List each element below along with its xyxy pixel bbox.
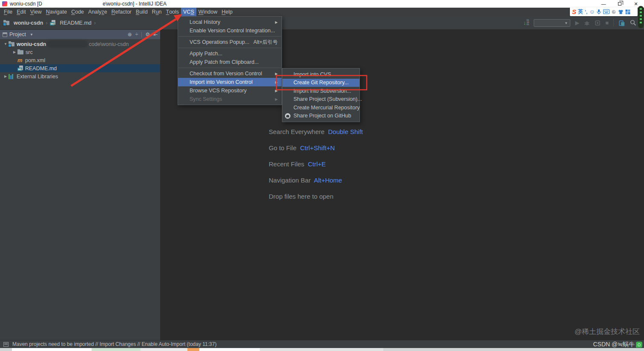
punctuation-mode-button[interactable]: ’, xyxy=(585,9,587,14)
shortcut-hint: Alt+后引号 xyxy=(253,39,278,46)
expand-caret-icon[interactable]: ▶ xyxy=(12,50,17,54)
tree-row-pom[interactable]: m pom.xml xyxy=(0,56,160,64)
toolbar-separator xyxy=(141,32,142,37)
menu-edit[interactable]: Edit xyxy=(14,8,28,16)
submenu-arrow-icon: ▶ xyxy=(275,80,278,84)
sogou-status-capsule[interactable] xyxy=(638,6,644,28)
toolbox-grid-icon[interactable] xyxy=(625,9,630,14)
project-root-icon xyxy=(9,42,14,46)
breadcrumb-project[interactable]: woniu-csdn xyxy=(3,20,43,26)
menu-item-create-mercurial-repository[interactable]: Create Mercurial Repository xyxy=(282,103,359,112)
menu-view[interactable]: View xyxy=(28,8,44,16)
folder-icon xyxy=(17,50,23,54)
menu-code[interactable]: Code xyxy=(69,8,86,16)
project-panel-header: Project ▼ ⊕ ÷ ⚙ ⇤ xyxy=(0,30,160,39)
window-title: woniu-csdn [D xyxy=(10,1,42,7)
chevron-right-icon: › xyxy=(94,20,96,26)
menu-item-share-project-subversion[interactable]: Share Project (Subversion)... xyxy=(282,95,359,104)
menu-run[interactable]: Run xyxy=(150,8,164,16)
emoji-button[interactable]: ☺ xyxy=(589,9,595,15)
tool-window-switcher-icon[interactable] xyxy=(3,342,9,347)
github-icon xyxy=(285,113,290,119)
stop-button[interactable]: ■ xyxy=(605,20,609,26)
chevron-down-icon[interactable]: ▼ xyxy=(30,33,33,37)
toolbar-separator xyxy=(613,20,614,26)
hide-panel-icon[interactable]: ⇤ xyxy=(153,31,158,37)
locate-file-icon[interactable]: ⊕ xyxy=(128,31,132,37)
run-configuration-select[interactable]: ▼ xyxy=(534,19,570,27)
taskbar-segment xyxy=(199,348,260,351)
restore-icon xyxy=(618,2,621,6)
menu-item-sync-settings: Sync Settings▶ xyxy=(178,95,282,103)
search-everywhere-icon[interactable] xyxy=(630,20,636,26)
paste-icon[interactable] xyxy=(618,20,625,26)
menu-item-import-into-cvs[interactable]: Import into CVS xyxy=(282,70,359,79)
tree-row-project-root[interactable]: ▼ woniu-csdn code\woniu-csdn xyxy=(0,40,160,48)
maven-file-icon: m xyxy=(17,57,23,63)
navigation-bar: woniu-csdn › MD README.md › ↓ 01 10 01 ▼ xyxy=(0,16,644,30)
menu-item-apply-patch[interactable]: Apply Patch... xyxy=(178,49,282,58)
project-tree: ▼ woniu-csdn code\woniu-csdn ▶ src m pom… xyxy=(0,39,160,80)
menu-item-share-project-on-github[interactable]: Share Project on GitHub xyxy=(282,112,359,120)
run-button[interactable]: ▶ xyxy=(575,20,579,26)
gear-icon[interactable]: ⚙ xyxy=(145,31,150,37)
menu-help[interactable]: Help xyxy=(219,8,235,16)
sogou-logo-icon[interactable]: S xyxy=(572,8,576,15)
menu-item-import-into-subversion[interactable]: Import into Subversion... xyxy=(282,87,359,95)
debug-button[interactable] xyxy=(584,20,590,26)
expand-caret-icon[interactable]: ▶ xyxy=(3,74,9,78)
menu-window[interactable]: Window xyxy=(196,8,219,16)
menu-item-vcs-operations-popup[interactable]: VCS Operations Popup...Alt+后引号 xyxy=(178,38,282,46)
menu-item-import-into-vcs[interactable]: Import into Version Control▶ xyxy=(178,78,282,86)
status-message[interactable]: Maven projects need to be imported // Im… xyxy=(12,341,216,347)
menu-analyze[interactable]: Analyze xyxy=(86,8,109,16)
taskbar-segment xyxy=(141,348,187,351)
menu-navigate[interactable]: Navigate xyxy=(44,8,69,16)
microphone-icon[interactable] xyxy=(596,9,601,14)
menu-item-create-git-repository[interactable]: Create Git Repository... xyxy=(282,79,359,87)
import-into-vcs-submenu: Import into CVS Create Git Repository...… xyxy=(282,68,360,122)
menu-item-checkout-from-vcs[interactable]: Checkout from Version Control▶ xyxy=(178,69,282,78)
taskbar-segment xyxy=(260,348,383,351)
tree-row-src[interactable]: ▶ src xyxy=(0,48,160,56)
menu-separator xyxy=(178,48,281,48)
taskbar-sliver xyxy=(0,348,644,351)
menu-separator xyxy=(178,36,281,37)
blurred-path-region xyxy=(48,41,87,47)
menu-tools[interactable]: Tools xyxy=(164,8,181,16)
tree-row-external-libraries[interactable]: ▶ External Libraries xyxy=(0,72,160,80)
shortcut-hint: Recent Files Ctrl+E xyxy=(269,160,363,168)
menu-refactor[interactable]: Refactor xyxy=(109,8,134,16)
project-view-icon xyxy=(3,32,7,37)
intellij-idea-window: woniu-csdn [D e\woniu-csdn] - IntelliJ I… xyxy=(0,0,644,351)
tree-row-readme[interactable]: MD README.md xyxy=(0,64,160,72)
project-panel-title[interactable]: Project xyxy=(9,31,26,37)
expand-caret-icon[interactable]: ▼ xyxy=(3,42,9,46)
skin-shirt-icon[interactable] xyxy=(618,9,624,14)
blurred-path-region xyxy=(42,1,103,7)
hand-tool-icon[interactable] xyxy=(611,9,616,14)
status-bar: Maven projects need to be imported // Im… xyxy=(0,340,644,348)
keyboard-icon[interactable] xyxy=(603,9,610,14)
menu-build[interactable]: Build xyxy=(134,8,150,16)
menu-file[interactable]: File xyxy=(2,8,14,16)
menu-item-browse-vcs-repository[interactable]: Browse VCS Repository▶ xyxy=(178,86,282,95)
language-mode-button[interactable]: 英 xyxy=(578,8,583,15)
coverage-button[interactable] xyxy=(595,20,601,26)
chevron-right-icon: › xyxy=(46,20,47,26)
collapse-all-icon[interactable]: ÷ xyxy=(135,31,138,37)
shortcut-hint: Search Everywhere Double Shift xyxy=(269,128,363,136)
menu-vcs[interactable]: VCS xyxy=(181,8,196,16)
minimize-button[interactable]: — xyxy=(595,0,612,8)
update-project-icon[interactable]: ↓ 01 10 01 xyxy=(523,20,529,26)
menu-item-enable-vcs-integration[interactable]: Enable Version Control Integration... xyxy=(178,26,282,35)
menu-separator xyxy=(178,68,281,68)
csdn-watermark: CSDN @≒蜗牛 xyxy=(593,341,642,348)
taskbar-segment xyxy=(92,348,141,351)
breadcrumb-file[interactable]: MD README.md xyxy=(50,20,91,26)
empty-editor-shortcuts: Search Everywhere Double Shift Go to Fil… xyxy=(269,128,363,209)
juejin-watermark: @稀土掘金技术社区 xyxy=(575,327,640,337)
menu-item-local-history[interactable]: Local History▶ xyxy=(178,18,282,26)
restore-button[interactable] xyxy=(612,0,628,8)
menu-item-apply-patch-from-clipboard[interactable]: Apply Patch from Clipboard... xyxy=(178,58,282,66)
